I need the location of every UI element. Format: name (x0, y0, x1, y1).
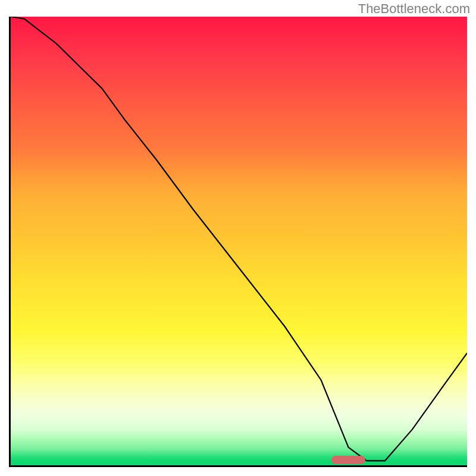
chart-curve-layer (11, 17, 467, 465)
watermark-text: TheBottleneck.com (358, 1, 470, 17)
chart-frame (9, 17, 467, 467)
optimal-point-marker (331, 456, 366, 464)
bottleneck-curve (11, 17, 467, 461)
